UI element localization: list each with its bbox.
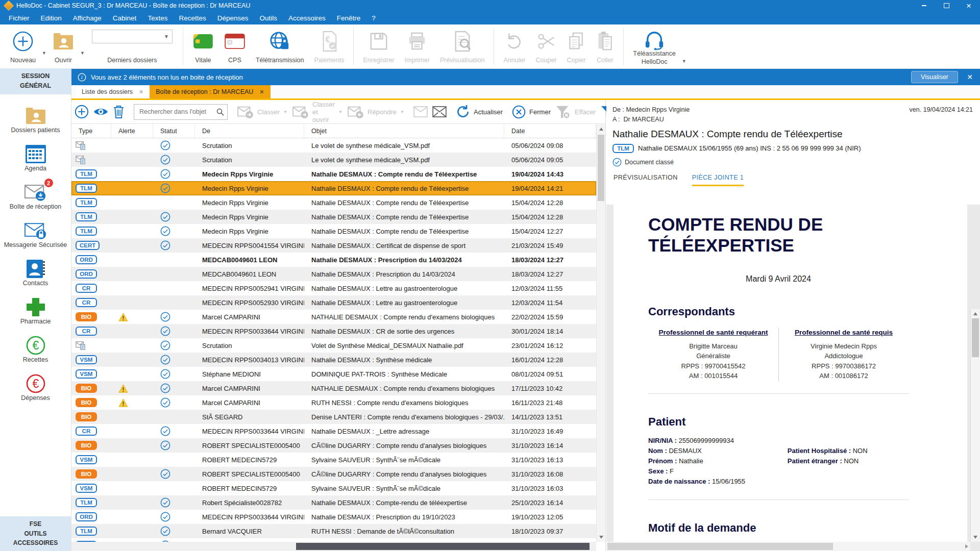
teletransmission-label: Télétransmission <box>256 57 304 64</box>
scrollbar-thumb[interactable] <box>598 135 604 201</box>
close-inbox-button[interactable]: Fermer <box>512 105 551 119</box>
view-button[interactable] <box>93 106 108 117</box>
trash-button[interactable] <box>113 105 125 119</box>
sidebar-item[interactable]: Pharmacie <box>0 292 71 330</box>
menu-item[interactable]: Textes <box>142 11 173 24</box>
column-header[interactable]: De <box>195 124 304 138</box>
tab-close-icon[interactable]: ✕ <box>139 89 143 95</box>
table-row[interactable]: ORD MEDCAB0049601 LEON Nathalie DESMAUX … <box>71 253 596 267</box>
table-row[interactable]: VSM Stéphane MEDIONI DOMINIQUE PAT-TROIS… <box>71 367 596 381</box>
table-row[interactable]: CR MEDECIN RPPS0052930 VIRGINIE Nathalie… <box>71 295 596 310</box>
search-input[interactable] <box>138 108 214 116</box>
sidebar-footer-item[interactable]: ACCESSOIRES <box>0 538 71 548</box>
new-button[interactable]: Nouveau <box>5 24 41 68</box>
scroll-right-icon[interactable] <box>965 544 968 548</box>
table-row[interactable]: CERT MEDECIN RPPS0041554 VIRGINIE Nathal… <box>71 238 596 253</box>
table-row[interactable]: BIO ROBERT SPECIALISTE0005400 CÃ©line DU… <box>71 467 596 481</box>
sidebar-item[interactable]: Dossiers patients <box>0 101 71 139</box>
column-header[interactable]: Alerte <box>111 124 153 138</box>
table-row[interactable]: TLM Medecin Rpps Virginie Nathalie DESMA… <box>71 224 596 238</box>
cps-button[interactable]: CPS <box>219 24 251 68</box>
visualiser-button[interactable]: Visualiser <box>911 71 958 83</box>
list-horizontal-scrollbar[interactable] <box>71 542 596 551</box>
table-row[interactable]: BIO Marcel CAMPARINI NATHALIE DESMAUX : … <box>71 310 596 324</box>
new-dropdown-caret[interactable]: ▼ <box>41 51 47 56</box>
document-horizontal-scrollbar[interactable] <box>606 542 970 551</box>
refresh-button[interactable]: Actualiser <box>456 105 503 119</box>
scrollbar-thumb[interactable] <box>296 543 590 550</box>
document-vertical-scrollbar[interactable] <box>970 309 980 542</box>
menu-item[interactable]: Edition <box>35 11 67 24</box>
table-row[interactable]: BIO ROBERT SPECIALISTE0005400 CÃ©line DU… <box>71 438 596 453</box>
table-row[interactable]: CR MEDECIN RPPS0033644 VIRGINIE Nathalie… <box>71 324 596 338</box>
sidebar-item[interactable]: € Recettes <box>0 330 71 368</box>
menu-item[interactable]: Fenêtre <box>331 11 366 24</box>
menu-item[interactable]: Outils <box>254 11 283 24</box>
scrollbar-thumb[interactable] <box>607 543 833 550</box>
sidebar-footer-item[interactable]: OUTILS <box>0 529 71 539</box>
menu-item[interactable]: Accessoires <box>283 11 331 24</box>
menu-item[interactable]: Affichage <box>67 11 107 24</box>
tab-close-icon[interactable]: ✕ <box>259 89 264 95</box>
table-row[interactable]: Scrutation Volet de Synthèse Médical_DES… <box>71 338 596 353</box>
table-row[interactable]: TLM Robert Spécialiste0028782 Nathalie D… <box>71 495 596 510</box>
table-row[interactable]: TLM Medecin Rpps Virginie Nathalie DESMA… <box>71 195 596 210</box>
table-row[interactable]: Scrutation Le volet de synthese médicale… <box>71 138 596 153</box>
teleassistance-button[interactable]: TéléassistanceHelloDoc <box>628 24 680 68</box>
maximize-button[interactable] <box>935 0 958 11</box>
column-header[interactable]: Objet <box>304 124 504 138</box>
column-header[interactable]: Date <box>504 124 596 138</box>
list-vertical-scrollbar[interactable] <box>596 124 605 542</box>
open-dropdown-caret[interactable]: ▼ <box>79 51 86 56</box>
menu-item[interactable]: Recettes <box>173 11 211 24</box>
scroll-up-icon[interactable] <box>599 128 603 131</box>
recent-files-select[interactable]: ▼ <box>92 30 173 43</box>
table-row[interactable]: TLM Medecin Rpps Virginie Nathalie DESMA… <box>71 181 596 195</box>
teleassistance-dropdown-caret[interactable]: ▼ <box>681 59 688 64</box>
tab-previsualisation[interactable]: PRÉVISUALISATION <box>614 174 678 186</box>
mark-read-button[interactable] <box>432 106 447 117</box>
table-row[interactable]: CR MEDECIN RPPS0052941 VIRGINIE Nathalie… <box>71 281 596 295</box>
table-row[interactable]: BIO Marcel CAMPARINI RUTH NESSI : Compte… <box>71 395 596 410</box>
table-row[interactable]: ORD MEDECIN RPPS0033644 VIRGINIE Nathali… <box>71 510 596 524</box>
minimize-button[interactable] <box>913 0 935 11</box>
sidebar-item[interactable]: € Dépenses <box>0 368 71 407</box>
table-row[interactable]: CR MEDECIN RPPS0033644 VIRGINIE Nathalie… <box>71 424 596 438</box>
subject-cell: Le volet de synthese médicale_VSM.pdf <box>304 138 504 153</box>
tab-liste-des-dossiers[interactable]: Liste des dossiers ✕ <box>76 85 150 98</box>
table-row[interactable]: BIO Marcel CAMPARINI NATHALIE DESMAUX : … <box>71 381 596 395</box>
scroll-down-icon[interactable] <box>599 536 603 539</box>
table-row[interactable]: TLM Bernard VACQUIER RUTH NESSI : Demand… <box>71 524 596 538</box>
notification-close-button[interactable]: ✕ <box>963 73 977 81</box>
close-button[interactable]: ✕ <box>958 0 980 11</box>
table-row[interactable]: VSM ROBERT MEDECIN5729 Sylvaine SAUVEUR … <box>71 481 596 495</box>
table-row[interactable]: TLM Medecin Rpps Virginie Nathalie DESMA… <box>71 167 596 181</box>
menu-item[interactable]: Fichier <box>3 11 35 24</box>
menu-item[interactable]: ? <box>366 11 381 24</box>
tab-boite-de-reception[interactable]: Boîte de réception : Dr MARCEAU ✕ <box>150 85 270 98</box>
sidebar-footer-item[interactable]: FSE <box>0 519 71 529</box>
table-row[interactable]: BIO StÃ SEGARD Denise LANTERI : Compte r… <box>71 410 596 424</box>
sidebar-item[interactable]: Contacts <box>0 254 71 292</box>
table-row[interactable]: ORD MEDCAB0049601 LEON Nathalie DESMAUX … <box>71 267 596 281</box>
sidebar-item[interactable]: Messagerie Sécurisée <box>0 215 71 254</box>
open-button[interactable]: Ouvrir <box>47 24 79 68</box>
scrollbar-thumb[interactable] <box>972 318 979 357</box>
scroll-down-icon[interactable] <box>973 536 977 539</box>
sidebar-item[interactable]: 2 Boîte de réception <box>0 177 71 215</box>
table-row[interactable]: TLM Medecin Rpps Virginie Nathalie DESMA… <box>71 210 596 224</box>
column-header[interactable]: Type <box>71 124 111 138</box>
scroll-up-icon[interactable] <box>973 312 977 315</box>
sidebar-item[interactable]: Agenda <box>0 139 71 177</box>
add-button[interactable] <box>75 105 89 119</box>
table-row[interactable]: VSM MEDECIN RPPS0034013 VIRGINIE Nathali… <box>71 353 596 367</box>
menu-item[interactable]: Dépenses <box>212 11 254 24</box>
table-row[interactable]: Scrutation Le volet de synthese médicale… <box>71 153 596 167</box>
teletransmission-button[interactable]: Télétransmission <box>251 24 309 68</box>
table-row[interactable]: VSM ROBERT MEDECIN5729 Sylvaine SAUVEUR … <box>71 453 596 467</box>
table-row[interactable]: VSM MEDECIN RPPS0033644 VIRGINIE Nathali… <box>71 538 596 542</box>
column-header[interactable]: Statut <box>153 124 195 138</box>
menu-item[interactable]: Cabinet <box>107 11 142 24</box>
tab-piece-jointe-1[interactable]: PIÈCE JOINTE 1 <box>692 174 744 186</box>
vitale-button[interactable]: Vitale <box>187 24 219 68</box>
